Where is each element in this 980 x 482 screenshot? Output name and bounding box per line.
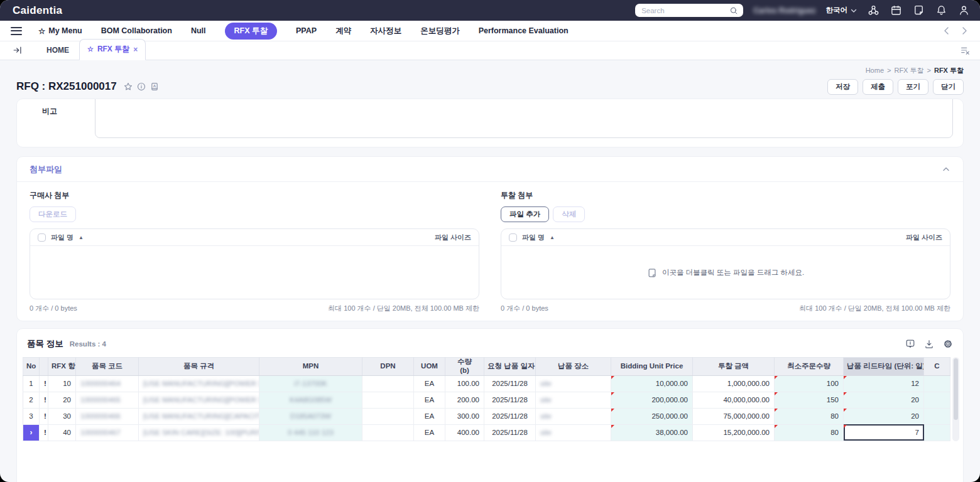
file-name-header[interactable]: 파일 명 xyxy=(522,233,545,242)
col-header-lead_time[interactable]: 납품 리드타임 (단위: 일) xyxy=(844,358,924,376)
cell-no[interactable]: 1 xyxy=(23,375,40,392)
col-header-item_code[interactable]: 품목 코드 xyxy=(76,358,139,376)
menu-item-null[interactable]: Null xyxy=(191,26,206,35)
menu-scroll-right-icon[interactable] xyxy=(959,26,969,36)
grid-scrollbar[interactable] xyxy=(952,357,959,441)
col-header-extra[interactable]: C xyxy=(924,358,950,376)
cell-warn[interactable]: ! xyxy=(40,408,48,424)
close-button[interactable]: 닫기 xyxy=(933,79,964,95)
breadcrumb-item[interactable]: Home xyxy=(866,67,884,74)
breadcrumb-item[interactable]: RFX 투찰 xyxy=(894,67,923,74)
cell-mpn[interactable]: D185A073W xyxy=(259,408,362,424)
cell-extra[interactable] xyxy=(924,392,950,408)
menu-item-onboarding-eval[interactable]: 온보딩평가 xyxy=(420,26,460,36)
menu-item-ppap[interactable]: PPAP xyxy=(296,26,317,35)
cell-dpn[interactable] xyxy=(362,375,414,392)
cell-item_spec[interactable]: [USE MANUFACTURING][POWER 150 xyxy=(139,375,259,392)
col-header-location[interactable]: 납품 장소 xyxy=(536,358,611,376)
calendar-icon[interactable] xyxy=(890,4,902,16)
cell-no[interactable]: 3 xyxy=(23,408,40,424)
item-row-20[interactable]: 2!201000000465[USE MANUFACTURING][POWER … xyxy=(23,392,950,408)
cell-uom[interactable]: EA xyxy=(414,392,445,408)
select-all-checkbox[interactable] xyxy=(509,233,517,242)
cell-qty[interactable]: 400.00 xyxy=(445,424,484,441)
bid-file-dropzone[interactable]: 이곳을 더블클릭 또는 파일을 드래그 하세요. xyxy=(501,246,950,299)
cell-location[interactable]: site xyxy=(536,408,611,424)
cell-moq[interactable]: 80 xyxy=(775,408,844,424)
cell-req_date[interactable]: 2025/11/28 xyxy=(484,392,536,408)
close-all-tabs-icon[interactable] xyxy=(960,45,970,55)
col-header-warn[interactable] xyxy=(40,358,48,376)
cell-mpn[interactable]: 0 445 110 123 xyxy=(259,424,362,441)
cell-dpn[interactable] xyxy=(362,424,414,441)
cell-item_spec[interactable]: [USE MANUFACTURING][POWER 100 xyxy=(139,392,259,408)
col-header-dpn[interactable]: DPN xyxy=(362,358,414,376)
cell-no[interactable]: 2 xyxy=(23,392,40,408)
cell-lead_time[interactable]: 20 xyxy=(844,408,924,424)
cell-item_spec[interactable]: [USE SKIN CARE][SIZE: 100][PURITY xyxy=(139,424,259,441)
tab-home[interactable]: HOME xyxy=(36,41,79,60)
info-icon[interactable] xyxy=(137,82,146,91)
cell-bid_unit_price[interactable]: 200,000.00 xyxy=(611,392,693,408)
cell-bid_amount[interactable]: 1,000,000.00 xyxy=(693,375,775,392)
cell-bid_amount[interactable]: 15,200,000.00 xyxy=(693,424,775,441)
cell-req_date[interactable]: 2025/11/28 xyxy=(484,424,536,441)
bell-icon[interactable] xyxy=(935,4,947,16)
cell-lead_time[interactable]: 7 xyxy=(844,424,924,441)
hamburger-menu-icon[interactable] xyxy=(11,27,22,35)
menu-item-performance-evaluation[interactable]: Performance Evaluation xyxy=(479,26,569,35)
delete-button[interactable]: 삭제 xyxy=(553,206,585,222)
menu-item-company-info[interactable]: 자사정보 xyxy=(370,26,401,36)
col-header-no[interactable]: No xyxy=(23,358,40,376)
tab-close-icon[interactable]: × xyxy=(133,46,138,53)
grid-scrollbar-thumb[interactable] xyxy=(954,358,958,420)
cell-req_date[interactable]: 2025/11/28 xyxy=(484,375,536,392)
menu-scroll-left-icon[interactable] xyxy=(942,26,952,36)
cell-item_code[interactable]: 1000000467 xyxy=(76,424,139,441)
cell-warn[interactable]: ! xyxy=(40,392,48,408)
add-file-button[interactable]: 파일 추가 xyxy=(501,206,549,222)
cell-warn[interactable]: ! xyxy=(40,375,48,392)
cell-bid_unit_price[interactable]: 250,000.00 xyxy=(611,408,693,424)
cell-item_code[interactable]: 1000000465 xyxy=(76,392,139,408)
cell-location[interactable]: site xyxy=(536,424,611,441)
cell-lead_time[interactable]: 20 xyxy=(844,392,924,408)
tab-rfx-bid[interactable]: ☆RFX 투찰× xyxy=(79,39,146,60)
language-selector[interactable]: 한국어 xyxy=(826,6,858,15)
feedback-icon[interactable] xyxy=(905,339,915,349)
buyer-file-dropzone[interactable] xyxy=(30,246,479,299)
cell-extra[interactable] xyxy=(924,375,950,392)
download-button[interactable]: 다운로드 xyxy=(30,206,76,222)
settings-gear-icon[interactable] xyxy=(943,339,953,349)
collapse-section-icon[interactable] xyxy=(942,165,950,174)
select-all-checkbox[interactable] xyxy=(38,233,46,242)
search-icon[interactable] xyxy=(729,6,738,15)
cell-rfx_line[interactable]: 10 xyxy=(48,375,76,392)
cell-extra[interactable] xyxy=(924,408,950,424)
cell-moq[interactable]: 80 xyxy=(775,424,844,441)
cell-qty[interactable]: 200.00 xyxy=(445,392,484,408)
cell-location[interactable]: site xyxy=(536,375,611,392)
col-header-bid_amount[interactable]: 투찰 금액 xyxy=(693,358,775,376)
menu-item-rfx-bid[interactable]: RFX 투찰 xyxy=(225,23,277,40)
cell-moq[interactable]: 100 xyxy=(775,375,844,392)
menu-item-contract[interactable]: 계약 xyxy=(335,26,351,36)
item-row-10[interactable]: 1!101000000464[USE MANUFACTURING][POWER … xyxy=(23,375,950,392)
cell-rfx_line[interactable]: 20 xyxy=(48,392,76,408)
cell-uom[interactable]: EA xyxy=(414,424,445,441)
cell-bid_unit_price[interactable]: 38,000.00 xyxy=(611,424,693,441)
cell-moq[interactable]: 150 xyxy=(775,392,844,408)
cell-warn[interactable]: ! xyxy=(40,424,48,441)
global-search[interactable] xyxy=(635,4,743,17)
cell-bid_amount[interactable]: 40,000,000.00 xyxy=(693,392,775,408)
selected-row-indicator[interactable]: › xyxy=(23,424,40,441)
item-row-40[interactable]: ›!401000000467[USE SKIN CARE][SIZE: 100]… xyxy=(23,424,950,441)
cell-bid_amount[interactable]: 75,000,000.00 xyxy=(693,408,775,424)
favorite-star-icon[interactable] xyxy=(124,82,133,91)
cell-bid_unit_price[interactable]: 10,000.00 xyxy=(611,375,693,392)
search-input[interactable] xyxy=(640,6,729,15)
save-button[interactable]: 저장 xyxy=(827,79,858,95)
org-chart-icon[interactable] xyxy=(868,4,879,16)
col-header-bid_unit_price[interactable]: Bidding Unit Price xyxy=(611,358,693,376)
col-header-req_date[interactable]: 요청 납품 일자 xyxy=(484,358,536,376)
